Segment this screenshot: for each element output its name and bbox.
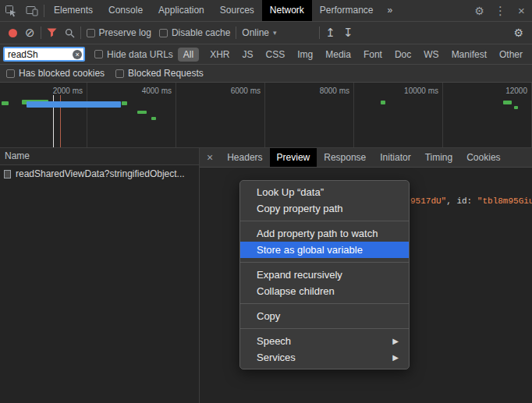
- gridline: [353, 83, 354, 147]
- tick-label: 12000: [481, 87, 527, 95]
- tab-cookies[interactable]: Cookies: [459, 148, 507, 167]
- throttling-dropdown[interactable]: Online ▾: [242, 27, 314, 38]
- tab-timing[interactable]: Timing: [418, 148, 460, 167]
- filter-type-font[interactable]: Font: [357, 49, 388, 60]
- divider: [80, 27, 81, 39]
- menu-separator: [240, 303, 409, 304]
- menu-expand-recursively[interactable]: Expand recursively: [240, 267, 409, 283]
- waterfall-bar: [151, 117, 156, 120]
- name-column-header[interactable]: Name: [0, 148, 199, 165]
- export-har-icon[interactable]: ↧: [343, 26, 353, 40]
- tab-preview[interactable]: Preview: [270, 148, 317, 167]
- devtools-window: Elements Console Application Sources Net…: [0, 0, 532, 403]
- submenu-arrow-icon: ▶: [392, 333, 399, 349]
- network-filter-bar: × Hide data URLs All XHR JS CSS Img Medi…: [0, 44, 532, 65]
- divider: [41, 27, 41, 39]
- menu-add-property-path-to-watch[interactable]: Add property path to watch: [240, 225, 409, 242]
- request-name: readSharedViewData?stringifiedObject...: [16, 168, 185, 179]
- checkbox-icon: [87, 29, 95, 37]
- network-overview-timeline[interactable]: 2000 ms 4000 ms 6000 ms 8000 ms 10000 ms…: [0, 83, 532, 148]
- waterfall-bar: [2, 101, 9, 105]
- menu-speech[interactable]: Speech▶: [240, 333, 409, 349]
- gridline: [442, 83, 443, 147]
- disable-cache-checkbox[interactable]: Disable cache: [159, 27, 230, 38]
- search-icon[interactable]: [65, 28, 75, 38]
- detail-tabbar: × Headers Preview Response Initiator Tim…: [200, 148, 532, 168]
- tab-headers[interactable]: Headers: [220, 148, 269, 167]
- filter-type-img[interactable]: Img: [291, 49, 319, 60]
- inspect-element-icon[interactable]: [0, 0, 21, 21]
- clear-requests-icon[interactable]: ⊘: [25, 26, 35, 40]
- kebab-menu-icon[interactable]: ⋮: [490, 0, 511, 21]
- filter-type-css[interactable]: CSS: [260, 49, 292, 60]
- has-blocked-cookies-checkbox[interactable]: [6, 69, 15, 78]
- request-row[interactable]: readSharedViewData?stringifiedObject...: [0, 165, 199, 182]
- more-tabs-button[interactable]: »: [381, 0, 399, 21]
- close-detail-icon[interactable]: ×: [200, 151, 220, 164]
- network-settings-gear-icon[interactable]: ⚙: [513, 27, 523, 39]
- menu-copy[interactable]: Copy: [240, 308, 409, 324]
- import-har-icon[interactable]: ↥: [325, 26, 335, 40]
- devtools-tabbar: Elements Console Application Sources Net…: [0, 0, 532, 22]
- menu-separator: [240, 221, 409, 221]
- preserve-log-label: Preserve log: [99, 27, 151, 38]
- record-button[interactable]: [9, 29, 17, 37]
- menu-collapse-children[interactable]: Collapse children: [240, 283, 409, 299]
- hide-data-urls-label: Hide data URLs: [107, 49, 173, 60]
- tab-sources[interactable]: Sources: [212, 0, 262, 21]
- menu-separator: [240, 328, 409, 329]
- waterfall-bar: [381, 101, 385, 104]
- menu-services[interactable]: Services▶: [240, 349, 409, 366]
- chevron-down-icon: ▾: [273, 29, 277, 37]
- waterfall-bar: [503, 101, 512, 104]
- blocked-filter-bar: Has blocked cookies Blocked Requests: [0, 65, 532, 83]
- tab-performance[interactable]: Performance: [312, 0, 381, 21]
- waterfall-bar: [514, 106, 518, 109]
- filter-type-media[interactable]: Media: [319, 49, 357, 60]
- tab-application[interactable]: Application: [151, 0, 212, 21]
- tab-initiator[interactable]: Initiator: [373, 148, 417, 167]
- tick-label: 8000 ms: [303, 87, 349, 95]
- gridline: [87, 83, 87, 147]
- device-toolbar-icon[interactable]: [21, 0, 42, 21]
- filter-type-all[interactable]: All: [178, 48, 199, 62]
- waterfall-bar: [137, 111, 147, 114]
- filter-type-other[interactable]: Other: [493, 49, 529, 60]
- tab-console[interactable]: Console: [101, 0, 151, 21]
- gridline: [176, 83, 176, 147]
- filter-type-xhr[interactable]: XHR: [204, 49, 236, 60]
- checkbox-icon: [159, 29, 168, 37]
- tick-label: 6000 ms: [214, 87, 261, 95]
- document-icon: [4, 170, 11, 179]
- tick-label: 10000 ms: [392, 87, 438, 95]
- close-devtools-icon[interactable]: ×: [511, 0, 532, 21]
- tab-response[interactable]: Response: [317, 148, 373, 167]
- hide-data-urls-checkbox[interactable]: [94, 50, 103, 58]
- filter-funnel-icon[interactable]: [47, 28, 57, 37]
- filter-type-ws[interactable]: WS: [417, 49, 445, 60]
- settings-gear-icon[interactable]: ⚙: [469, 0, 490, 21]
- filter-input-wrap: ×: [3, 47, 85, 62]
- tab-elements[interactable]: Elements: [46, 0, 101, 21]
- menu-separator: [240, 262, 409, 263]
- tick-label: 4000 ms: [125, 87, 172, 95]
- menu-store-as-global-variable[interactable]: Store as global variable: [240, 242, 409, 258]
- menu-copy-property-path[interactable]: Copy property path: [240, 200, 409, 217]
- filter-type-manifest[interactable]: Manifest: [445, 49, 493, 60]
- filter-type-js[interactable]: JS: [236, 49, 260, 60]
- clear-filter-icon[interactable]: ×: [73, 50, 82, 59]
- menu-look-up[interactable]: Look Up “data”: [240, 184, 409, 200]
- network-toolbar: ⊘ Preserve log Disable cache Online ▾: [0, 22, 532, 44]
- blocked-requests-label: Blocked Requests: [128, 68, 204, 79]
- context-menu: Look Up “data” Copy property path Add pr…: [239, 180, 410, 369]
- preserve-log-checkbox[interactable]: Preserve log: [87, 27, 151, 38]
- blocked-requests-checkbox[interactable]: [115, 69, 124, 78]
- filter-type-doc[interactable]: Doc: [388, 49, 417, 60]
- disable-cache-label: Disable cache: [172, 27, 230, 38]
- tick-label: 2000 ms: [36, 87, 83, 95]
- gridline: [264, 83, 265, 147]
- waterfall-bar: [27, 101, 121, 108]
- divider: [319, 27, 320, 39]
- waterfall-bar: [122, 101, 127, 105]
- tab-network[interactable]: Network: [262, 0, 312, 21]
